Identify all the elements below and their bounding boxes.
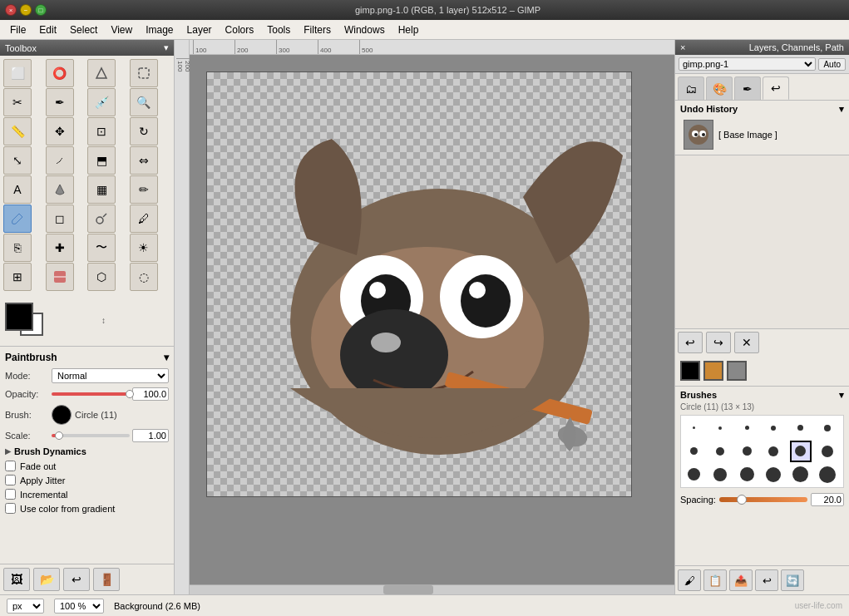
brush-cell-18[interactable] bbox=[817, 464, 838, 485]
tool-airbrush[interactable] bbox=[87, 205, 116, 233]
tab-undo[interactable]: ↩ bbox=[763, 76, 789, 100]
open-image-button[interactable]: 📂 bbox=[33, 568, 60, 591]
brush-cell-15[interactable] bbox=[736, 464, 758, 485]
tool-text[interactable]: A bbox=[3, 175, 32, 204]
scale-slider[interactable] bbox=[52, 434, 130, 437]
foreground-color[interactable] bbox=[5, 303, 33, 331]
tab-channels[interactable]: 🎨 bbox=[706, 76, 733, 100]
use-color-gradient-checkbox[interactable] bbox=[5, 503, 16, 514]
undo-clear-button[interactable]: ✕ bbox=[734, 332, 759, 353]
tool-align[interactable]: ⊞ bbox=[3, 263, 32, 291]
tool-paintbrush[interactable] bbox=[3, 205, 32, 233]
tool-shear[interactable]: ⟋ bbox=[46, 146, 74, 175]
tab-layers[interactable]: 🗂 bbox=[678, 76, 704, 100]
layer-select[interactable]: gimp.png-1 bbox=[679, 57, 816, 71]
brush-cell-9[interactable] bbox=[736, 441, 758, 462]
undo-history-options[interactable]: ▾ bbox=[839, 104, 844, 115]
tool-ink[interactable]: 🖊 bbox=[130, 205, 158, 233]
tool-measure[interactable]: 📏 bbox=[3, 117, 32, 145]
brush-cell-14[interactable] bbox=[709, 464, 731, 485]
quit-button[interactable]: 🚪 bbox=[93, 568, 120, 591]
tool-color-picker[interactable]: 💉 bbox=[87, 88, 116, 116]
brushes-refresh-btn[interactable]: 🔄 bbox=[781, 569, 804, 591]
tool-perspective-clone[interactable]: ⬡ bbox=[87, 263, 116, 291]
menu-tools[interactable]: Tools bbox=[260, 22, 297, 37]
undo-forward-button[interactable]: ↪ bbox=[706, 332, 731, 353]
paintbrush-collapse[interactable]: ▾ bbox=[164, 352, 169, 363]
brush-preview[interactable] bbox=[52, 405, 72, 425]
auto-button[interactable]: Auto bbox=[818, 58, 846, 71]
menu-help[interactable]: Help bbox=[392, 22, 426, 37]
horizontal-scrollbar[interactable] bbox=[190, 584, 674, 594]
spacing-slider[interactable] bbox=[719, 497, 807, 502]
canvas-viewport[interactable] bbox=[190, 55, 674, 594]
opacity-slider[interactable] bbox=[52, 392, 130, 396]
zoom-select[interactable]: 100 % 50 % 200 % bbox=[54, 599, 104, 614]
menu-windows[interactable]: Windows bbox=[338, 22, 392, 37]
tool-fuzzy-select[interactable] bbox=[130, 59, 158, 87]
brush-dynamics-toggle[interactable]: ▶ Brush Dynamics bbox=[5, 446, 169, 456]
tool-move[interactable]: ✥ bbox=[46, 117, 74, 145]
menu-view[interactable]: View bbox=[104, 22, 139, 37]
brush-cell-12[interactable] bbox=[817, 441, 838, 462]
brush-cell-17[interactable] bbox=[790, 464, 812, 485]
tool-smudge[interactable]: 〜 bbox=[87, 234, 116, 262]
tab-paths[interactable]: ✒ bbox=[734, 76, 761, 100]
brush-name[interactable]: Circle (11) bbox=[75, 410, 117, 420]
fade-out-checkbox[interactable] bbox=[5, 461, 16, 471]
tool-ellipse-select[interactable]: ⭕ bbox=[46, 59, 74, 87]
undo-toolbox-button[interactable]: ↩ bbox=[63, 568, 90, 591]
tool-rotate[interactable]: ↻ bbox=[130, 117, 158, 145]
minimize-button[interactable]: − bbox=[20, 4, 32, 16]
unit-select[interactable]: px mm in bbox=[7, 599, 44, 614]
brush-cell-10[interactable] bbox=[763, 441, 784, 462]
tool-eraser[interactable]: ◻ bbox=[46, 205, 74, 233]
tool-clone[interactable]: ⎘ bbox=[3, 234, 32, 262]
brushes-paint-btn[interactable]: 🖌 bbox=[678, 569, 701, 591]
opacity-spinbox[interactable]: 100.0 bbox=[132, 387, 169, 401]
menu-edit[interactable]: Edit bbox=[32, 22, 63, 37]
menu-layer[interactable]: Layer bbox=[180, 22, 219, 37]
brushes-copy-btn[interactable]: 📋 bbox=[703, 569, 727, 591]
brush-cell-6[interactable] bbox=[817, 417, 838, 439]
tool-heal[interactable]: ✚ bbox=[46, 234, 74, 262]
close-button[interactable]: × bbox=[5, 4, 17, 16]
h-scroll-thumb[interactable] bbox=[383, 585, 433, 594]
tool-paths[interactable]: ✒ bbox=[46, 88, 74, 116]
tool-scissors[interactable]: ✂ bbox=[3, 88, 32, 116]
brush-cell-7[interactable] bbox=[683, 441, 704, 462]
menu-select[interactable]: Select bbox=[63, 22, 104, 37]
brush-cell-16[interactable] bbox=[763, 464, 784, 485]
swatch-orange[interactable] bbox=[703, 361, 723, 381]
brush-cell-4[interactable] bbox=[763, 417, 784, 439]
brush-cell-3[interactable] bbox=[736, 417, 758, 439]
tool-pencil[interactable]: ✏ bbox=[130, 175, 158, 204]
tool-rect-select[interactable]: ⬜ bbox=[3, 59, 32, 87]
mode-select[interactable]: Normal Dissolve Multiply Screen bbox=[52, 368, 169, 383]
tool-dodge-burn[interactable]: ☀ bbox=[130, 234, 158, 262]
tool-blur-sharpen[interactable]: ◌ bbox=[130, 263, 158, 291]
menu-filters[interactable]: Filters bbox=[297, 22, 338, 37]
brush-cell-1[interactable] bbox=[683, 417, 704, 439]
tool-zoom[interactable]: 🔍 bbox=[130, 88, 158, 116]
apply-jitter-checkbox[interactable] bbox=[5, 475, 16, 485]
right-panel-close[interactable]: × bbox=[680, 42, 685, 52]
undo-item-base[interactable]: [ Base Image ] bbox=[680, 118, 844, 151]
spacing-spinbox[interactable]: 20.0 bbox=[811, 493, 844, 506]
tool-free-select[interactable] bbox=[87, 59, 116, 87]
toolbox-collapse[interactable]: ▾ bbox=[164, 42, 169, 53]
menu-colors[interactable]: Colors bbox=[219, 22, 261, 37]
tool-select-color[interactable] bbox=[46, 263, 74, 291]
tool-scale[interactable]: ⤡ bbox=[3, 146, 32, 175]
menu-image[interactable]: Image bbox=[139, 22, 180, 37]
undo-back-button[interactable]: ↩ bbox=[678, 332, 703, 353]
tool-perspective[interactable]: ⬒ bbox=[87, 146, 116, 175]
tool-crop[interactable]: ⊡ bbox=[87, 117, 116, 145]
maximize-button[interactable]: □ bbox=[35, 4, 47, 16]
brush-cell-13[interactable] bbox=[683, 464, 704, 485]
tool-flip[interactable]: ⇔ bbox=[130, 146, 158, 175]
brush-cell-5[interactable] bbox=[790, 417, 812, 439]
brush-cell-11[interactable] bbox=[790, 441, 812, 462]
tool-bucket-fill[interactable] bbox=[46, 175, 74, 204]
brushes-undo-btn[interactable]: ↩ bbox=[755, 569, 778, 591]
